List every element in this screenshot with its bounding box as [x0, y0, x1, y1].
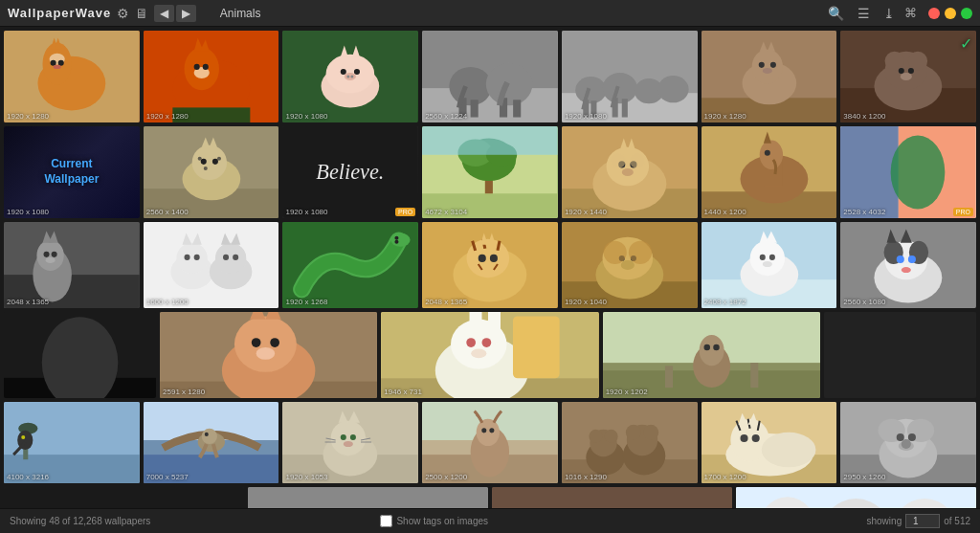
list-icon[interactable]: ☰ [854, 4, 874, 23]
list-item[interactable]: 1920 x 1080 [282, 31, 418, 122]
svg-point-154 [759, 255, 765, 260]
list-item[interactable]: 1920 x 1280 [702, 31, 837, 122]
svg-point-225 [477, 419, 500, 446]
list-item[interactable]: 1920 x 1280 [4, 31, 140, 122]
svg-point-25 [351, 75, 354, 78]
svg-point-179 [256, 347, 275, 360]
list-item[interactable]: 1920 x 1440 [562, 126, 698, 218]
list-item[interactable]: 1920 x 1080 [562, 31, 698, 122]
gear-icon[interactable]: ⚙ [117, 6, 129, 21]
list-item[interactable]: 1920 x 1080 PRO Believe. [282, 126, 418, 218]
svg-rect-264 [492, 487, 732, 508]
svg-rect-33 [471, 100, 479, 117]
list-item[interactable]: 2408 x 1872 [702, 222, 837, 308]
list-item[interactable]: 1016 x 1290 [562, 402, 698, 483]
check-badge: ✓ [960, 34, 972, 53]
monitor-icon[interactable]: 🖥 [135, 6, 148, 21]
list-item[interactable]: 2500 x 1200 [422, 402, 558, 483]
svg-point-15 [193, 64, 199, 70]
svg-rect-189 [513, 316, 560, 378]
search-icon[interactable]: 🔍 [824, 4, 848, 23]
svg-point-117 [176, 243, 207, 274]
svg-point-219 [350, 434, 356, 440]
svg-point-164 [897, 255, 904, 263]
list-item[interactable] [492, 487, 732, 508]
svg-point-155 [768, 255, 774, 260]
list-item[interactable] [736, 487, 976, 508]
list-item[interactable]: 2560 x 1080 [840, 222, 976, 308]
maximize-button[interactable] [961, 8, 972, 19]
list-item[interactable] [824, 312, 976, 398]
list-item[interactable] [4, 312, 156, 398]
svg-rect-257 [4, 487, 244, 508]
list-item[interactable] [248, 487, 488, 508]
list-item[interactable]: 1920 x 1040 [562, 222, 698, 308]
svg-point-126 [223, 255, 229, 260]
svg-point-70 [197, 157, 201, 161]
svg-point-129 [391, 233, 411, 247]
svg-point-253 [897, 433, 904, 441]
svg-point-41 [657, 76, 688, 102]
svg-point-243 [751, 434, 759, 442]
list-item[interactable]: 1920 x 1268 [282, 222, 418, 308]
svg-rect-107 [4, 275, 140, 308]
dimension-label: 1920 x 1080 [7, 208, 49, 216]
svg-point-226 [481, 428, 486, 433]
list-item[interactable]: 1920 x 1053 [282, 402, 418, 483]
list-item[interactable]: 1920 x 1202 [603, 312, 820, 398]
svg-point-87 [606, 147, 649, 186]
close-button[interactable] [928, 8, 940, 19]
minimize-button[interactable] [945, 8, 956, 19]
svg-point-220 [344, 441, 353, 447]
list-item[interactable]: 2560 x 1400 [144, 126, 279, 218]
list-item[interactable]: 1440 x 1200 [702, 126, 837, 218]
app-header: WallpaperWave ⚙ 🖥 ◀ ▶ Animals 🔍 ☰ ⤓ ⌘ [0, 0, 980, 27]
list-item[interactable]: 2048 x 1365 [422, 222, 558, 308]
show-tags-label: Show tags on images [396, 516, 488, 526]
tag-badge: PRO [395, 208, 415, 216]
svg-point-23 [345, 73, 356, 80]
app-logo: WallpaperWave [8, 6, 111, 20]
svg-point-127 [233, 255, 238, 260]
page-input[interactable] [905, 514, 940, 528]
list-item[interactable]: 2048 x 1365 [4, 222, 140, 308]
list-item[interactable]: 1920 x 1280 [144, 31, 279, 122]
svg-point-233 [604, 430, 617, 443]
wallpaper-grid: 1920 x 1280 1920 x 1280 [0, 27, 980, 508]
svg-point-146 [603, 241, 626, 264]
list-item[interactable]: CurrentWallpaper 1920 x 1080 [4, 126, 140, 218]
svg-point-186 [467, 338, 477, 347]
list-item[interactable]: 7000 x 5237 [144, 402, 279, 483]
list-item[interactable] [4, 487, 244, 508]
list-item[interactable]: 2560 x 1224 [422, 31, 558, 122]
list-item[interactable]: 4672 x 3104 [422, 126, 558, 218]
nav-forward-button[interactable]: ▶ [176, 5, 196, 22]
svg-point-188 [472, 349, 487, 359]
grid-row-5: 4100 x 3216 7000 x 5237 [4, 402, 976, 483]
svg-point-237 [643, 425, 658, 440]
svg-point-61 [899, 68, 904, 74]
download-icon[interactable]: ⤓ [880, 4, 899, 23]
svg-point-130 [395, 236, 399, 240]
list-item[interactable]: 1700 x 1200 [702, 402, 837, 483]
list-item[interactable]: 2950 x 1260 [840, 402, 976, 483]
svg-point-8 [54, 65, 61, 69]
current-wallpaper-label: CurrentWallpaper [44, 157, 99, 187]
list-item[interactable]: 4100 x 3216 [4, 402, 140, 483]
svg-point-6 [51, 60, 56, 66]
show-tags-checkbox[interactable] [380, 515, 392, 527]
svg-point-30 [450, 67, 493, 105]
list-item[interactable]: 2591 x 1280 [160, 312, 377, 398]
list-item[interactable]: 1946 x 731 [381, 312, 598, 398]
list-item[interactable]: 2528 x 4032 PRO [840, 126, 976, 218]
svg-rect-207 [144, 455, 279, 483]
svg-point-69 [212, 159, 218, 165]
showing-count: Showing 48 of 12,268 wallpapers [10, 516, 372, 526]
nav-back-button[interactable]: ◀ [154, 5, 174, 22]
svg-point-178 [270, 338, 279, 347]
svg-point-112 [44, 252, 50, 257]
svg-rect-258 [248, 487, 488, 508]
svg-point-105 [891, 136, 946, 210]
list-item[interactable]: 3840 x 1200 ✓ [840, 31, 976, 122]
list-item[interactable]: 1600 x 1200 [144, 222, 279, 308]
